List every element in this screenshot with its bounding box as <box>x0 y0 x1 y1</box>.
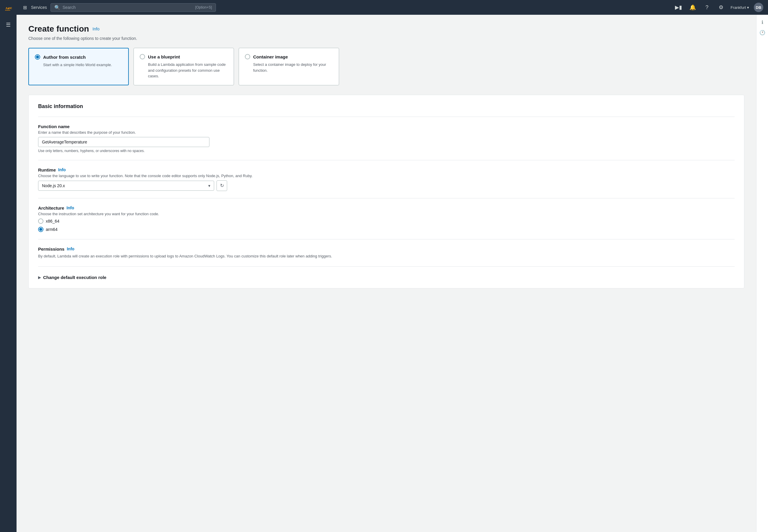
function-name-note: Use only letters, numbers, hyphens, or u… <box>38 149 735 153</box>
page-title: Create function <box>28 24 89 34</box>
architecture-field: Architecture Info Choose the instruction… <box>38 205 735 232</box>
aws-logo[interactable]: amazon <box>5 3 19 12</box>
svg-text:amazon: amazon <box>5 9 10 11</box>
terminal-icon[interactable]: ▶▮ <box>674 3 683 12</box>
radio-container[interactable] <box>245 54 250 59</box>
settings-icon[interactable]: ⚙ <box>716 3 726 12</box>
runtime-select[interactable]: Node.js 20.x ▾ <box>38 181 214 191</box>
option-card-author[interactable]: Author from scratch Start with a simple … <box>28 48 129 85</box>
services-label[interactable]: Services <box>31 5 47 10</box>
architecture-info-link[interactable]: Info <box>66 205 74 210</box>
function-name-input[interactable] <box>38 137 209 147</box>
refresh-icon: ↻ <box>220 183 224 188</box>
runtime-hint: Choose the language to use to write your… <box>38 174 735 178</box>
permissions-field: Permissions Info By default, Lambda will… <box>38 247 735 260</box>
permissions-description: By default, Lambda will create an execut… <box>38 253 735 260</box>
runtime-info-link[interactable]: Info <box>58 167 66 172</box>
option-card-container-desc: Select a container image to deploy for y… <box>245 62 333 73</box>
radio-arm64[interactable] <box>38 227 43 232</box>
basic-info-title: Basic information <box>38 103 735 110</box>
architecture-arm64-label: arm64 <box>46 227 58 232</box>
change-role-label: Change default execution role <box>43 275 106 280</box>
right-panel-help-icon[interactable]: ℹ <box>762 19 763 25</box>
runtime-label: Runtime Info <box>38 167 735 172</box>
basic-info-section: Basic information Function name Enter a … <box>28 95 744 289</box>
radio-author[interactable] <box>35 54 40 60</box>
top-navigation: amazon ⊞ Services 🔍 [Option+S] ▶▮ 🔔 ? ⚙ … <box>0 0 768 15</box>
right-panel-history-icon[interactable]: 🕐 <box>759 30 765 35</box>
runtime-select-wrapper: Node.js 20.x ▾ ↻ <box>38 180 227 191</box>
search-shortcut: [Option+S] <box>195 5 212 9</box>
page-subtitle: Choose one of the following options to c… <box>28 36 744 41</box>
option-card-author-label: Author from scratch <box>43 55 86 60</box>
function-name-field: Function name Enter a name that describe… <box>38 124 735 153</box>
change-role-collapse[interactable]: ▶ Change default execution role <box>38 274 735 280</box>
grid-icon[interactable]: ⊞ <box>23 5 27 10</box>
option-card-blueprint-label: Use a blueprint <box>148 54 180 59</box>
option-cards: Author from scratch Start with a simple … <box>28 48 744 85</box>
search-input[interactable] <box>63 5 193 10</box>
function-name-label: Function name <box>38 124 735 129</box>
option-card-container-label: Container image <box>253 54 288 59</box>
search-icon: 🔍 <box>54 5 60 10</box>
collapse-arrow-icon: ▶ <box>38 275 41 280</box>
option-card-author-header: Author from scratch <box>35 54 122 60</box>
permissions-label: Permissions Info <box>38 247 735 252</box>
user-badge[interactable]: DB <box>754 3 763 12</box>
search-bar[interactable]: 🔍 [Option+S] <box>50 3 216 12</box>
architecture-x86-label: x86_64 <box>46 219 59 223</box>
page-header: Create function Info <box>28 24 744 34</box>
function-name-hint: Enter a name that describes the purpose … <box>38 130 735 135</box>
option-card-blueprint-header: Use a blueprint <box>140 54 228 59</box>
main-content: Create function Info Choose one of the f… <box>17 15 756 532</box>
option-card-blueprint-desc: Build a Lambda application from sample c… <box>140 62 228 79</box>
nav-icons: ▶▮ 🔔 ? ⚙ Frankfurt ▾ DB <box>674 3 763 12</box>
architecture-arm64-option[interactable]: arm64 <box>38 227 735 232</box>
permissions-info-link[interactable]: Info <box>67 247 74 251</box>
radio-blueprint[interactable] <box>140 54 145 59</box>
select-chevron-icon: ▾ <box>208 183 210 188</box>
refresh-button[interactable]: ↻ <box>216 180 227 191</box>
option-card-author-desc: Start with a simple Hello World example. <box>35 62 122 68</box>
bell-icon[interactable]: 🔔 <box>688 3 697 12</box>
option-card-container[interactable]: Container image Select a container image… <box>239 48 339 85</box>
architecture-hint: Choose the instruction set architecture … <box>38 212 735 216</box>
sidebar: ☰ <box>0 15 17 532</box>
help-icon[interactable]: ? <box>702 3 712 12</box>
architecture-radio-group: x86_64 arm64 <box>38 218 735 232</box>
sidebar-menu-icon[interactable]: ☰ <box>3 19 14 30</box>
region-selector[interactable]: Frankfurt ▾ <box>731 5 749 10</box>
option-card-container-header: Container image <box>245 54 333 59</box>
right-panel: ℹ 🕐 <box>756 15 768 532</box>
architecture-x86-option[interactable]: x86_64 <box>38 218 735 224</box>
runtime-field: Runtime Info Choose the language to use … <box>38 167 735 191</box>
architecture-label: Architecture Info <box>38 205 735 210</box>
radio-x86[interactable] <box>38 218 43 224</box>
option-card-blueprint[interactable]: Use a blueprint Build a Lambda applicati… <box>133 48 234 85</box>
page-info-link[interactable]: Info <box>92 27 99 31</box>
